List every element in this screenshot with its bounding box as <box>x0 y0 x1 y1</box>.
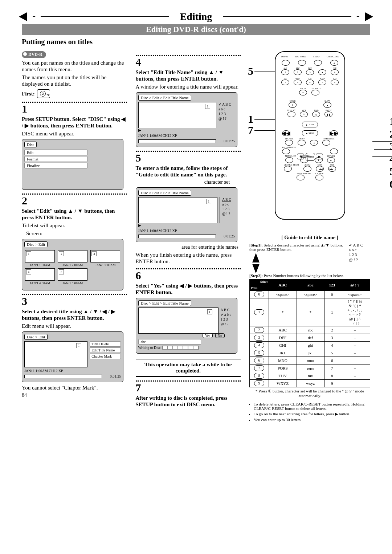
charset-lower: a b c <box>221 312 231 317</box>
intro-text-2: The names you put on the titles will be … <box>22 74 127 87</box>
table-cell: – <box>340 334 370 342</box>
osd-status: JAN/ 1 1:00AM CH12 XP <box>138 134 177 138</box>
keycap: 6 <box>254 358 264 363</box>
first-label: First: <box>22 91 35 97</box>
table-cell: – <box>340 380 370 387</box>
table-cell: – <box>340 326 370 334</box>
section-title: Putting names on titles <box>22 38 370 48</box>
osd-time: 0:01:25 <box>217 234 235 238</box>
step-4-instruction: Select "Edit Title Name" using ▲ / ▼ but… <box>136 69 241 82</box>
breadcrumb: Disc > Edit > Edit Title Name <box>138 300 191 306</box>
osd-status: JAN/ 1 1:00AM CH12 XP <box>138 229 177 233</box>
table-cell: 2 <box>324 326 340 334</box>
writing-label: Writing to Disc <box>138 346 161 350</box>
menu-item: Title Delete <box>90 341 121 347</box>
table-cell: ! " # $ % & ' ( ) * + , - . / : ; < = > … <box>340 298 370 326</box>
remote-key-2: 2 <box>294 69 302 75</box>
table-cell: JKL <box>269 349 297 357</box>
charset-lower: a b c <box>222 202 231 207</box>
table-cell: jkl <box>297 349 324 357</box>
table-cell: PQRS <box>269 364 297 372</box>
dvdr-badge: DVD-R <box>22 51 46 58</box>
keycap: 9 <box>254 380 264 386</box>
menu-item-edit: Edit <box>24 150 87 155</box>
separator <box>136 380 241 382</box>
step-7-instruction: After writing to disc is completed, pres… <box>136 395 241 408</box>
pointer-charset-label: character set <box>137 179 241 185</box>
step-3-note: You cannot select "Chapter Mark". <box>22 384 127 391</box>
arrow-icon <box>252 264 260 273</box>
step-7-number: 7 <box>136 382 241 393</box>
thumb-label: JAN/1 1:00AM <box>25 263 55 267</box>
table-cell: TUV <box>269 372 297 380</box>
keycap: 1 <box>254 309 264 315</box>
page-main-title: Editing <box>169 11 223 23</box>
table-cell: abc <box>297 326 324 334</box>
table-cell: * <box>297 298 324 326</box>
table-cell: 1 <box>324 298 340 326</box>
separator <box>22 294 127 295</box>
thumb-label: JAN/1 2:00AM <box>58 263 87 267</box>
charset-upper: A B C <box>221 307 231 312</box>
keycap: 0 <box>254 292 264 297</box>
charset-upper: A B C <box>349 243 363 248</box>
thumb-label: JAN/1 3:00AM <box>90 263 120 267</box>
step-1-instruction: Press SETUP button. Select "DISC" using … <box>22 116 127 129</box>
charset-lower: a b c <box>349 248 363 252</box>
menu-item: Edit Title Name <box>90 347 121 353</box>
asterisk-note: * Press ① button, character set will be … <box>249 389 370 398</box>
titlelist-osd: Disc > Edit 1JAN/1 1:00AM 2JAN/1 2:00AM … <box>22 239 123 290</box>
table-cell: – <box>340 342 370 349</box>
screen-label: Screen: <box>26 230 127 237</box>
breadcrumb: Disc > Edit <box>24 241 48 247</box>
edit-title-name-osd-2: Disc > Edit > Edit Title Name 1 A B C a … <box>136 187 237 242</box>
table-cell: – <box>340 357 370 364</box>
charset-sym: @ ! ? <box>221 322 231 326</box>
menu-item-format: Format <box>24 156 87 162</box>
table-cell: <space> <box>269 291 297 298</box>
yes-button: Yes <box>203 333 213 338</box>
keycap: 3 <box>254 335 264 341</box>
open-close-button: ▲ <box>330 60 338 66</box>
charset-num: 1 2 3 <box>349 252 363 257</box>
disc-icon: ☜ <box>37 89 50 98</box>
breadcrumb: Disc <box>24 142 37 147</box>
osd-status: JAN/ 1 1:00AM CH12 XP <box>24 369 63 373</box>
note-item: You can enter up to 30 letters. <box>254 417 370 422</box>
separator <box>136 55 241 56</box>
table-cell: – <box>340 349 370 357</box>
remote-key-4: 4 <box>331 69 339 75</box>
clear-button <box>284 166 292 172</box>
progress-blocks <box>162 346 199 350</box>
table-cell: – <box>340 364 370 372</box>
charset-upper: A B C <box>222 197 231 202</box>
character-table: SelectPress ABC abc 123 @ ! ? 0<space><s… <box>249 279 370 387</box>
table-cell: DEF <box>269 334 297 342</box>
guide-step2-label: [Step2] <box>249 273 262 278</box>
table-cell: MNO <box>269 357 297 364</box>
guide-title: [ Guide to edit title name ] <box>249 235 370 241</box>
separator <box>22 194 127 195</box>
table-cell: GHI <box>269 342 297 349</box>
table-cell: 9 <box>324 380 340 387</box>
step-5-number: 5 <box>136 152 241 163</box>
table-cell: 5 <box>324 349 340 357</box>
stop-button: ■STOP <box>302 130 318 136</box>
menu-item-finalize: Finalize <box>24 163 87 168</box>
breadcrumb: Disc > Edit <box>24 334 48 340</box>
setup-button <box>298 140 306 146</box>
step-1-result: DISC menu will appear. <box>22 130 127 137</box>
entry-field: abc <box>138 339 201 345</box>
rew-button: ◀◀ <box>282 130 290 136</box>
step-6-instruction: Select "Yes" using ◀ / ▶ buttons, then p… <box>136 282 241 296</box>
breadcrumb: Disc > Edit > Edit Title Name <box>138 95 191 101</box>
separator <box>22 102 127 103</box>
no-button: No <box>215 333 225 338</box>
table-cell: def <box>297 334 324 342</box>
step-4-result: A window for entering a title name will … <box>136 83 241 90</box>
table-cell: mno <box>297 357 324 364</box>
remote-key-8: 8 <box>331 80 339 85</box>
page-sub-banner: Editing DVD-R discs (cont'd) <box>22 24 370 35</box>
charset-num: 1 2 3 <box>222 207 231 211</box>
charset-lower: a b c <box>219 107 231 111</box>
